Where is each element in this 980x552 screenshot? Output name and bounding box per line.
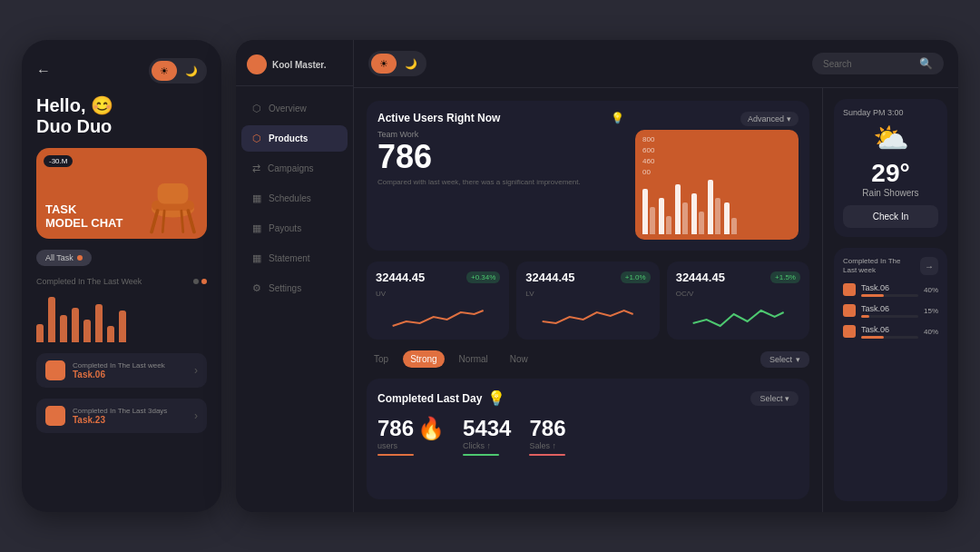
phone-topbar: ← ☀ 🌙 bbox=[36, 58, 207, 84]
metric-val-clicks: 5434 bbox=[463, 416, 511, 441]
lw-task-3: Task.06 40% bbox=[843, 325, 938, 339]
dash-dark-btn[interactable]: 🌙 bbox=[398, 54, 424, 74]
task-folder-icon-2 bbox=[45, 406, 65, 426]
metric-label-users: users bbox=[377, 441, 445, 450]
svg-line-3 bbox=[152, 211, 158, 232]
stats-row: 32444.45 +0.34% UV bbox=[367, 261, 809, 340]
tab-select-btn[interactable]: Select ▾ bbox=[760, 351, 809, 368]
sidebar-item-products[interactable]: ⬡ Products bbox=[241, 125, 348, 152]
tab-top[interactable]: Top bbox=[367, 350, 396, 368]
sidebar-item-settings[interactable]: ⚙ Settings bbox=[241, 275, 348, 301]
statement-icon: ▦ bbox=[252, 252, 261, 264]
lw-task-name-2: Task.06 bbox=[861, 304, 918, 313]
task-name-1: Task.06 bbox=[73, 370, 187, 380]
phone-section-label: Completed In The Last Week bbox=[36, 277, 207, 286]
stat-chart-3 bbox=[676, 303, 800, 330]
tab-strong[interactable]: Strong bbox=[403, 350, 444, 368]
sun-icon: ☀ bbox=[160, 65, 169, 77]
stat-value-1: 32444.45 bbox=[376, 271, 425, 284]
tab-now[interactable]: Now bbox=[503, 350, 535, 368]
search-icon[interactable]: 🔍 bbox=[919, 57, 933, 70]
sidebar: Kool Master. ⬡ Overview ⬡ Products ⇄ Cam… bbox=[236, 40, 354, 512]
sidebar-item-schedules[interactable]: ▦ Schedules bbox=[241, 185, 348, 212]
logo-text: Kool Master. bbox=[272, 60, 326, 70]
stat-label-1: UV bbox=[376, 290, 500, 298]
sidebar-item-payouts[interactable]: ▦ Payouts bbox=[241, 215, 348, 242]
chair-image bbox=[139, 171, 207, 239]
filter-all-task[interactable]: All Task bbox=[36, 250, 92, 266]
lw-pct-3: 40% bbox=[924, 328, 938, 336]
weather-desc: Rain Showers bbox=[843, 188, 938, 198]
chevron-down-icon: ▾ bbox=[787, 114, 791, 123]
tab-normal[interactable]: Normal bbox=[452, 350, 495, 368]
sidebar-item-statement[interactable]: ▦ Statement bbox=[241, 245, 348, 271]
task-item-2[interactable]: Completed In The Last 3days Task.23 › bbox=[36, 399, 207, 433]
right-panel: Sunday PM 3:00 ⛅ 29° Rain Showers Check … bbox=[822, 88, 958, 512]
lw-task-name-3: Task.06 bbox=[861, 325, 918, 334]
dot-rp bbox=[201, 279, 207, 284]
last-week-header: Completed In TheLast week → bbox=[843, 257, 938, 276]
main-content: Active Users Right Now 💡 Team Work 786 C… bbox=[354, 88, 958, 512]
stat-chart-2 bbox=[525, 303, 650, 330]
active-users-title: Active Users Right Now bbox=[377, 112, 500, 124]
last-week-arrow-btn[interactable]: → bbox=[920, 257, 938, 275]
phone-dark-btn[interactable]: 🌙 bbox=[179, 61, 204, 81]
dash-light-btn[interactable]: ☀ bbox=[371, 54, 397, 74]
metric-label-clicks: Clicks ↑ bbox=[463, 441, 511, 450]
svg-rect-2 bbox=[158, 183, 189, 204]
products-icon: ⬡ bbox=[252, 133, 261, 144]
phone-banner: -30.M TASKMODEL CHAT bbox=[36, 148, 207, 239]
payouts-icon: ▦ bbox=[252, 222, 261, 234]
dash-moon-icon: 🌙 bbox=[405, 58, 417, 70]
dashboard: Kool Master. ⬡ Overview ⬡ Products ⇄ Cam… bbox=[236, 40, 958, 512]
search-placeholder: Search bbox=[823, 59, 914, 69]
task-arrow-1: › bbox=[194, 364, 198, 377]
task-item-1[interactable]: Completed In The Last week Task.06 › bbox=[36, 353, 207, 388]
fire-icon: 🔥 bbox=[417, 416, 445, 441]
lw-bar-1 bbox=[861, 294, 884, 297]
main-topbar: ☀ 🌙 Search 🔍 bbox=[354, 40, 958, 88]
task-name-2: Task.23 bbox=[73, 415, 187, 425]
metric-users: 786 🔥 users bbox=[377, 416, 445, 456]
metric-val-sales: 786 bbox=[529, 416, 565, 441]
filter-dot bbox=[77, 255, 83, 261]
completed-title: Completed Last Day bbox=[377, 392, 482, 405]
stat-badge-1: +0.34% bbox=[466, 271, 500, 283]
app-container: ← ☀ 🌙 Hello, 😊 Duo Duo -30.M TASKMODEL C… bbox=[0, 0, 980, 552]
phone-bar-chart bbox=[36, 297, 207, 342]
stat-badge-3: +1.5% bbox=[770, 271, 800, 283]
bulb-icon: 💡 bbox=[611, 112, 624, 124]
checkin-button[interactable]: Check In bbox=[843, 205, 938, 228]
moon-icon: 🌙 bbox=[185, 65, 198, 77]
task-title-1: Completed In The Last week bbox=[73, 361, 187, 370]
active-users-header: Active Users Right Now 💡 bbox=[377, 112, 624, 124]
advanced-btn[interactable]: Advanced ▾ bbox=[740, 112, 799, 126]
dash-theme-toggle: ☀ 🌙 bbox=[368, 51, 426, 76]
completed-select-btn[interactable]: Select ▾ bbox=[750, 391, 799, 406]
weather-icon: ⛅ bbox=[843, 121, 938, 155]
search-bar: Search 🔍 bbox=[812, 53, 944, 74]
metrics-row: 786 🔥 users 5434 Clicks ↑ bbox=[377, 416, 799, 456]
lw-folder-icon-3 bbox=[843, 325, 856, 338]
stat-card-1: 32444.45 +0.34% UV bbox=[367, 261, 509, 340]
metric-underline-clicks bbox=[463, 454, 499, 456]
sidebar-item-campaigns[interactable]: ⇄ Campaigns bbox=[241, 155, 348, 182]
back-arrow-icon[interactable]: ← bbox=[36, 63, 51, 79]
phone-light-btn[interactable]: ☀ bbox=[152, 61, 177, 81]
stat-badge-2: +1.0% bbox=[621, 271, 651, 283]
banner-tag: -30.M bbox=[44, 155, 73, 167]
campaigns-icon: ⇄ bbox=[252, 163, 260, 174]
lw-pct-2: 15% bbox=[924, 307, 938, 315]
sidebar-item-overview[interactable]: ⬡ Overview bbox=[241, 95, 348, 122]
task-title-2: Completed In The Last 3days bbox=[73, 407, 187, 415]
active-users-chart: 800 600 460 00 bbox=[635, 130, 799, 240]
settings-icon: ⚙ bbox=[252, 282, 261, 294]
tabs-row: Top Strong Normal Now Select ▾ bbox=[367, 350, 809, 368]
lw-pct-1: 40% bbox=[924, 286, 938, 294]
svg-line-5 bbox=[162, 211, 164, 232]
last-week-card: Completed In TheLast week → Task.06 bbox=[834, 248, 947, 501]
active-users-number: 786 bbox=[377, 141, 624, 173]
weather-day: Sunday PM 3:00 bbox=[843, 108, 938, 117]
stat-value-2: 32444.45 bbox=[525, 271, 574, 284]
metric-underline-users bbox=[377, 454, 414, 456]
